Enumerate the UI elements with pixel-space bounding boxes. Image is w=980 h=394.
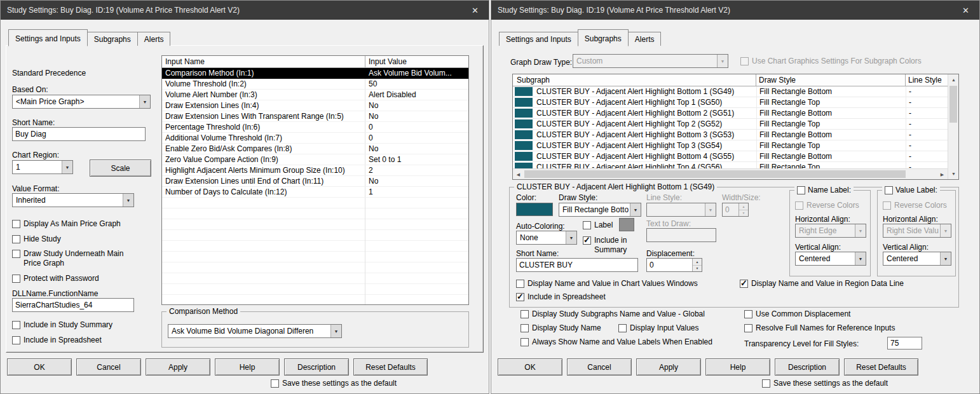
tab-alerts[interactable]: Alerts bbox=[137, 32, 171, 46]
include-in-study-summary-checkbox[interactable]: Include in Study Summary bbox=[12, 320, 112, 329]
protect-with-password-checkbox[interactable]: Protect with Password bbox=[12, 274, 99, 283]
save-settings-default-checkbox[interactable]: Save these settings as the default bbox=[762, 379, 888, 388]
input-row[interactable]: Volume Alert Number (In:3) Alert Disable… bbox=[162, 90, 468, 100]
tab-settings-and-inputs[interactable]: Settings and Inputs bbox=[8, 29, 88, 46]
spin-up-icon: ▲ bbox=[739, 203, 748, 210]
input-row[interactable]: Draw Extension Lines (In:4) No bbox=[162, 100, 468, 111]
display-input-values-checkbox[interactable]: Display Input Values bbox=[618, 323, 699, 332]
close-icon[interactable]: ✕ bbox=[468, 6, 482, 15]
subgraph-row[interactable]: CLUSTER BUY - Adjacent Alert Highlight B… bbox=[513, 130, 948, 140]
subgraph-row[interactable]: CLUSTER BUY - Adjacent Alert Highlight B… bbox=[513, 151, 948, 162]
hide-study-checkbox[interactable]: Hide Study bbox=[12, 234, 61, 243]
value-vertical-align-select[interactable]: Centered ▼ bbox=[883, 252, 951, 266]
displacement-spinner[interactable]: 0 ▲▼ bbox=[646, 258, 702, 272]
input-row[interactable]: Highlight Adjacent Alerts Minimum Group … bbox=[162, 165, 468, 176]
input-row[interactable]: Enable Zero Bid/Ask Compares (In:8) No bbox=[162, 144, 468, 154]
horizontal-scroll-thumb[interactable] bbox=[524, 170, 906, 178]
subgraph-table: Subgraph Draw Style Line Style CLUSTER B… bbox=[512, 74, 959, 180]
subgraph-table-header: Subgraph Draw Style Line Style bbox=[513, 74, 948, 86]
input-row[interactable]: Additional Volume Threshold (In:7) 0 bbox=[162, 133, 468, 144]
chevron-down-icon: ▼ bbox=[940, 224, 951, 237]
reset-defaults-button[interactable]: Reset Defaults bbox=[844, 358, 918, 376]
name-vertical-align-select[interactable]: Centered ▼ bbox=[795, 252, 866, 266]
ok-button[interactable]: OK bbox=[498, 358, 562, 376]
study-settings-dialog-left: Study Settings: Buy Diag. ID:19 (Volume … bbox=[0, 0, 489, 394]
dll-function-name-input[interactable] bbox=[12, 298, 134, 312]
draw-study-underneath-checkbox[interactable]: Draw Study Underneath Main Price Graph bbox=[12, 249, 128, 268]
value-horizontal-align-select: Right Side Valu ▼ bbox=[883, 224, 951, 238]
short-name-input[interactable] bbox=[12, 127, 146, 141]
always-show-labels-checkbox[interactable]: Always Show Name and Value Labels When E… bbox=[521, 337, 712, 346]
help-button[interactable]: Help bbox=[215, 358, 280, 376]
scroll-right-icon[interactable]: ▶ bbox=[937, 169, 948, 180]
help-button[interactable]: Help bbox=[705, 358, 770, 376]
column-header-input-value[interactable]: Input Value bbox=[365, 56, 468, 67]
tab-alerts[interactable]: Alerts bbox=[628, 32, 662, 46]
based-on-select[interactable]: <Main Price Graph> ▼ bbox=[12, 95, 151, 109]
name-label-checkbox[interactable] bbox=[797, 186, 805, 194]
transparency-level-input[interactable] bbox=[887, 337, 922, 350]
include-in-spreadsheet-checkbox[interactable]: Include in Spreadsheet bbox=[12, 336, 102, 344]
column-header-input-name[interactable]: Input Name bbox=[162, 56, 365, 67]
display-subgraphs-global-checkbox[interactable]: Display Study Subgraphs Name and Value -… bbox=[521, 309, 705, 318]
apply-button[interactable]: Apply bbox=[636, 358, 701, 376]
close-icon[interactable]: ✕ bbox=[958, 6, 973, 15]
resolve-full-names-checkbox[interactable]: Resolve Full Names for Reference Inputs bbox=[744, 323, 895, 332]
save-settings-default-checkbox[interactable]: Save these settings as the default bbox=[271, 379, 397, 388]
draw-style-select[interactable]: Fill Rectangle Bottom ▼ bbox=[559, 203, 641, 217]
horizontal-scrollbar[interactable]: ◀ ▶ bbox=[513, 168, 948, 179]
cancel-button[interactable]: Cancel bbox=[76, 358, 141, 376]
include-in-summary-checkbox[interactable]: Include in Summary bbox=[583, 236, 640, 255]
comparison-method-select[interactable]: Ask Volume Bid Volume Diagonal Differen … bbox=[168, 324, 342, 338]
scroll-up-icon[interactable]: ▲ bbox=[948, 74, 959, 85]
tab-subgraphs[interactable]: Subgraphs bbox=[578, 29, 629, 46]
input-row[interactable]: Draw Extension Lines until End of Chart … bbox=[162, 176, 468, 187]
vertical-scroll-thumb[interactable] bbox=[949, 86, 957, 123]
value-reverse-colors-checkbox: Reverse Colors bbox=[883, 201, 947, 210]
subgraph-row[interactable]: CLUSTER BUY - Adjacent Alert Highlight T… bbox=[513, 119, 948, 130]
column-header-subgraph[interactable]: Subgraph bbox=[513, 74, 756, 86]
input-row[interactable]: Number of Days to Calculate (In:12) 1 bbox=[162, 187, 468, 198]
column-header-draw-style[interactable]: Draw Style bbox=[756, 74, 906, 86]
use-common-displacement-checkbox[interactable]: Use Common Displacement bbox=[744, 309, 850, 318]
value-format-select[interactable]: Inherited ▼ bbox=[12, 193, 134, 207]
scroll-left-icon[interactable]: ◀ bbox=[513, 169, 524, 180]
subgraph-row[interactable]: CLUSTER BUY - Adjacent Alert Highlight B… bbox=[513, 108, 948, 119]
tab-settings-and-inputs[interactable]: Settings and Inputs bbox=[499, 32, 578, 46]
value-vertical-align-label: Vertical Align: bbox=[883, 243, 929, 252]
value-label-checkbox[interactable] bbox=[885, 186, 893, 194]
apply-button[interactable]: Apply bbox=[146, 358, 210, 376]
subgraph-color-swatch bbox=[515, 109, 533, 118]
chart-region-select[interactable]: 1 ▼ bbox=[12, 160, 73, 174]
scale-button[interactable]: Scale bbox=[90, 160, 151, 177]
chevron-down-icon: ▼ bbox=[855, 252, 866, 265]
ok-button[interactable]: OK bbox=[7, 358, 72, 376]
subgraph-row[interactable]: CLUSTER BUY - Adjacent Alert Highlight T… bbox=[513, 140, 948, 151]
subgraph-color-swatch[interactable] bbox=[516, 203, 553, 216]
column-header-line-style[interactable]: Line Style bbox=[906, 74, 948, 86]
label-checkbox[interactable]: Label bbox=[583, 221, 613, 229]
display-name-value-region-data-checkbox[interactable]: Display Name and Value in Region Data Li… bbox=[740, 279, 904, 288]
cancel-button[interactable]: Cancel bbox=[567, 358, 632, 376]
input-row[interactable]: Draw Extension Lines With Transparent Ra… bbox=[162, 111, 468, 122]
include-in-spreadsheet-checkbox[interactable]: Include in Spreadsheet bbox=[516, 292, 606, 301]
auto-coloring-select[interactable]: None ▼ bbox=[516, 231, 577, 245]
description-button[interactable]: Description bbox=[775, 358, 840, 376]
description-button[interactable]: Description bbox=[284, 358, 349, 376]
display-name-value-chart-values-checkbox[interactable]: Display Name and Value in Chart Values W… bbox=[516, 279, 698, 288]
vertical-scrollbar[interactable]: ▲ ▼ bbox=[948, 74, 958, 179]
reset-defaults-button[interactable]: Reset Defaults bbox=[353, 358, 428, 376]
input-row[interactable]: Zero Value Compare Action (In:9) Set 0 t… bbox=[162, 154, 468, 165]
scroll-down-icon[interactable]: ▼ bbox=[948, 168, 959, 179]
subgraph-row[interactable]: CLUSTER BUY - Adjacent Alert Highlight B… bbox=[513, 86, 948, 97]
display-study-name-checkbox[interactable]: Display Study Name bbox=[521, 323, 601, 332]
display-as-main-price-graph-checkbox[interactable]: Display As Main Price Graph bbox=[12, 219, 121, 228]
subgraph-row[interactable]: CLUSTER BUY - Adjacent Alert Highlight T… bbox=[513, 97, 948, 108]
subgraph-short-name-input[interactable] bbox=[516, 258, 638, 272]
input-row[interactable]: Comparison Method (In:1) Ask Volume Bid … bbox=[162, 68, 468, 79]
subgraph-color-swatch bbox=[515, 163, 533, 168]
tab-subgraphs[interactable]: Subgraphs bbox=[87, 32, 138, 46]
input-row[interactable]: Volume Threshold (In:2) 50 bbox=[162, 79, 468, 90]
input-row[interactable]: Percentage Threshold (In:6) 0 bbox=[162, 122, 468, 133]
subgraph-row[interactable]: CLUSTER BUY - Adjacent Alert Highlight T… bbox=[513, 162, 948, 168]
